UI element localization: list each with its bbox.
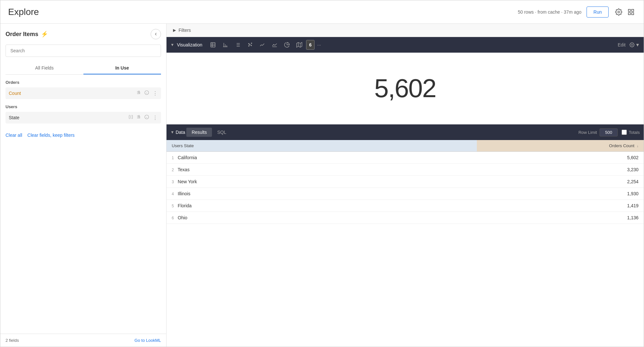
data-section: ▼ Data Results SQL Row Limit Totals (167, 124, 644, 347)
clear-all-link[interactable]: Clear all (6, 133, 22, 138)
row-6-count: 1,136 (477, 212, 644, 224)
data-chevron-icon[interactable]: ▼ (170, 130, 174, 135)
clear-keep-link[interactable]: Clear fields, keep filters (27, 133, 75, 138)
table-header: Users State Orders Count ↓ (167, 140, 644, 152)
table-row: 2 Texas 3,230 (167, 164, 644, 176)
tab-all-fields[interactable]: All Fields (6, 62, 83, 74)
data-toolbar: ▼ Data Results SQL Row Limit Totals (167, 124, 644, 140)
right-panel: ▶ Filters ▼ Visualization (167, 24, 644, 347)
field-state-row: State (6, 112, 161, 123)
svg-rect-3 (628, 12, 630, 14)
table-row: 3 New York 2,254 (167, 176, 644, 188)
field-count-actions: ⋮ (136, 90, 158, 96)
viz-toolbar: ▼ Visualization (167, 37, 644, 53)
bar-chart-icon (222, 42, 228, 48)
viz-settings-chevron: ▼ (635, 42, 640, 47)
pivot-svg-icon (129, 115, 133, 119)
viz-number-button[interactable]: 6 (306, 40, 315, 50)
line-chart-icon (259, 42, 265, 48)
viz-list-button[interactable] (232, 40, 243, 50)
row-limit-label: Row Limit (578, 130, 597, 135)
table-row: 1 California 5,602 (167, 152, 644, 164)
viz-pie-button[interactable] (281, 40, 292, 50)
filters-chevron-icon: ▶ (173, 28, 176, 32)
viz-scatter-button[interactable] (244, 40, 255, 50)
run-button[interactable]: Run (587, 6, 609, 18)
viz-more-options[interactable]: ··· (317, 42, 321, 47)
more-icon-state[interactable]: ⋮ (153, 115, 158, 121)
chevron-left-icon (154, 32, 158, 36)
grid-icon-button[interactable] (626, 7, 636, 17)
settings-icon-button[interactable] (614, 7, 624, 17)
svg-rect-1 (628, 9, 630, 11)
area-chart-icon (272, 42, 278, 48)
filter-svg-icon-2 (136, 115, 141, 119)
map-icon (296, 42, 302, 48)
header: Explore 50 rows · from cache · 37m ago R… (0, 0, 644, 24)
row-6-state: 6 Ohio (167, 212, 477, 224)
field-state-name[interactable]: State (9, 115, 19, 120)
sidebar-footer: 2 fields Go to LookML (0, 334, 166, 347)
field-count-name[interactable]: Count (9, 91, 21, 96)
svg-point-36 (249, 44, 249, 44)
svg-point-39 (249, 45, 249, 46)
row-5-state: 5 Florida (167, 200, 477, 212)
number-icon: 6 (309, 42, 312, 47)
lightning-icon: ⚡ (41, 31, 48, 38)
field-tabs: All Fields In Use (6, 62, 161, 75)
pie-chart-icon (284, 42, 290, 48)
svg-marker-42 (297, 43, 302, 47)
svg-point-18 (139, 116, 140, 118)
svg-point-40 (251, 45, 252, 46)
more-icon[interactable]: ⋮ (153, 90, 158, 96)
viz-map-button[interactable] (294, 40, 305, 50)
sidebar-header: Order Items ⚡ (6, 29, 161, 39)
sort-arrow-icon: ↓ (637, 144, 638, 148)
viz-content: 5,602 (167, 53, 644, 124)
filters-bar[interactable]: ▶ Filters (167, 24, 644, 37)
totals-checkbox[interactable] (622, 130, 627, 135)
table-row: 5 Florida 1,419 (167, 200, 644, 212)
go-to-lookml-link[interactable]: Go to LookML (134, 338, 161, 343)
viz-bar-button[interactable] (220, 40, 231, 50)
main-content: Order Items ⚡ All Fields In Use (0, 24, 644, 347)
field-count-row: Count ⋮ (6, 87, 161, 99)
pivot-icon[interactable] (129, 115, 133, 121)
viz-edit-label[interactable]: Edit (618, 42, 625, 47)
svg-point-38 (250, 45, 250, 45)
info-icon-state[interactable] (144, 114, 149, 121)
svg-rect-22 (211, 43, 216, 47)
filter-svg-icon (136, 90, 141, 95)
data-table: Users State Orders Count ↓ (167, 140, 644, 224)
row-5-count: 1,419 (477, 200, 644, 212)
row-limit-input[interactable] (600, 128, 618, 136)
header-right: 50 rows · from cache · 37m ago Run (518, 6, 636, 18)
tab-results[interactable]: Results (186, 128, 212, 137)
row-1-state: 1 California (167, 152, 477, 164)
viz-area-button[interactable] (269, 40, 280, 50)
filter-icon-state[interactable] (136, 115, 141, 121)
col-header-state: Users State (167, 140, 477, 152)
viz-line-button[interactable] (257, 40, 268, 50)
viz-chevron-icon[interactable]: ▼ (170, 43, 174, 47)
fields-count: 2 fields (6, 338, 19, 343)
filter-icon[interactable] (136, 90, 141, 96)
row-1-count: 5,602 (477, 152, 644, 164)
svg-rect-4 (632, 12, 634, 14)
viz-settings-button[interactable]: ▼ (629, 42, 640, 47)
visualization-section: ▼ Visualization (167, 37, 644, 124)
totals-text: Totals (629, 130, 640, 135)
tab-in-use[interactable]: In Use (83, 62, 161, 74)
row-3-state: 3 New York (167, 176, 477, 188)
list-icon (235, 42, 241, 48)
totals-label[interactable]: Totals (622, 130, 640, 135)
row-2-count: 3,230 (477, 164, 644, 176)
row-4-count: 1,930 (477, 188, 644, 200)
filters-label: Filters (179, 28, 191, 33)
info-svg-icon-2 (144, 114, 149, 120)
info-icon[interactable] (144, 90, 149, 96)
collapse-sidebar-button[interactable] (151, 29, 161, 39)
search-input[interactable] (6, 45, 161, 57)
viz-table-button[interactable] (207, 40, 218, 50)
tab-sql[interactable]: SQL (212, 128, 231, 137)
